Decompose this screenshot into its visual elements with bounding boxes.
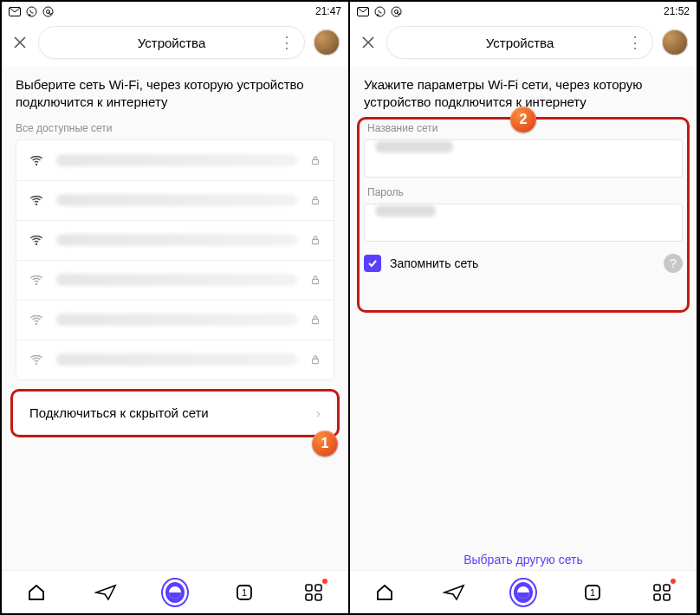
status-bar: 21:47 — [2, 2, 348, 21]
send-icon — [94, 584, 117, 601]
svg-point-1 — [27, 7, 36, 16]
main-body: Выберите сеть Wi-Fi, через которую устро… — [2, 66, 348, 570]
lock-icon — [309, 154, 321, 166]
tabs-icon: 1 — [235, 583, 254, 602]
status-left-icons — [357, 6, 402, 17]
svg-rect-18 — [306, 585, 312, 591]
svg-rect-30 — [654, 594, 660, 600]
close-icon — [13, 36, 27, 49]
phone-left: 21:47 Устройства ⋮ Выберите сеть Wi-Fi, … — [2, 2, 350, 613]
svg-point-23 — [375, 7, 385, 16]
nav-apps[interactable] — [650, 580, 674, 605]
lock-icon — [309, 194, 321, 206]
svg-rect-13 — [313, 319, 319, 323]
svg-rect-28 — [654, 585, 660, 591]
phone-right: 21:52 Устройства ⋮ Укажите параметры Wi-… — [350, 2, 698, 613]
wifi-icon — [29, 312, 44, 327]
svg-point-4 — [36, 163, 37, 165]
svg-point-10 — [36, 283, 37, 285]
whatsapp-icon — [374, 6, 386, 17]
help-icon[interactable]: ? — [664, 254, 683, 273]
svg-text:1: 1 — [590, 587, 595, 598]
svg-point-2 — [43, 7, 53, 16]
network-row[interactable] — [16, 260, 334, 300]
close-button[interactable] — [359, 33, 378, 52]
svg-rect-29 — [664, 585, 670, 591]
alice-icon — [511, 579, 535, 605]
network-row[interactable] — [16, 140, 334, 180]
nav-home[interactable] — [373, 580, 397, 605]
lock-icon — [309, 353, 321, 366]
nav-apps[interactable] — [301, 580, 326, 605]
svg-point-12 — [36, 323, 37, 325]
nav-send[interactable] — [94, 580, 118, 605]
notification-dot — [322, 579, 327, 584]
network-name-blurred — [56, 274, 297, 286]
lock-icon — [309, 314, 321, 326]
mail-icon — [9, 7, 21, 16]
svg-rect-9 — [313, 239, 319, 243]
page-title: Устройства — [53, 36, 290, 50]
check-icon — [367, 258, 378, 269]
whatsapp-icon — [26, 6, 37, 17]
kebab-icon[interactable]: ⋮ — [279, 33, 295, 52]
password-label: Пароль — [367, 186, 679, 198]
bottom-nav: 1 — [2, 570, 348, 613]
wifi-icon — [29, 232, 44, 248]
svg-point-8 — [36, 243, 37, 245]
close-icon — [361, 36, 375, 49]
network-name-blurred — [56, 353, 297, 366]
bottom-nav: 1 — [350, 570, 697, 613]
at-icon — [42, 6, 54, 17]
nav-send[interactable] — [442, 580, 466, 605]
alice-icon — [163, 579, 187, 605]
avatar[interactable] — [314, 29, 340, 55]
wifi-icon — [29, 272, 44, 288]
nav-tabs[interactable]: 1 — [232, 580, 256, 605]
ssid-value-blurred — [375, 141, 453, 152]
tabs-icon: 1 — [583, 583, 602, 602]
remember-row: Запомнить сеть ? — [364, 254, 683, 273]
apps-icon — [304, 583, 323, 602]
password-value-blurred — [375, 205, 436, 217]
header: Устройства ⋮ — [2, 21, 348, 66]
nav-tabs[interactable]: 1 — [580, 580, 605, 605]
remember-checkbox[interactable] — [364, 255, 381, 272]
nav-alice[interactable] — [163, 580, 187, 605]
svg-rect-15 — [313, 359, 319, 363]
password-input[interactable] — [364, 204, 683, 242]
svg-point-6 — [36, 204, 37, 205]
title-pill[interactable]: Устройства ⋮ — [386, 26, 653, 59]
avatar[interactable] — [662, 29, 688, 55]
send-icon — [443, 584, 465, 601]
chevron-right-icon: › — [316, 405, 321, 420]
annotation-badge-1: 1 — [312, 430, 338, 456]
nav-alice[interactable] — [511, 580, 535, 605]
network-row[interactable] — [16, 220, 334, 260]
svg-rect-11 — [313, 279, 319, 283]
nav-home[interactable] — [24, 580, 49, 605]
status-left-icons — [9, 6, 54, 17]
choose-other-network-link[interactable]: Выбрать другую сеть — [350, 553, 697, 566]
notification-dot — [671, 579, 676, 584]
remember-label: Запомнить сеть — [390, 256, 478, 270]
wifi-form: 2 Название сети Пароль Запомнить сеть ? — [364, 122, 683, 273]
home-icon — [374, 582, 395, 603]
network-name-blurred — [56, 234, 297, 246]
ssid-input[interactable] — [364, 139, 683, 178]
network-row[interactable] — [16, 180, 334, 220]
connect-hidden-network-button[interactable]: Подключиться к скрытой сети › — [16, 392, 334, 434]
network-name-blurred — [56, 314, 297, 326]
network-name-blurred — [56, 194, 297, 206]
network-row[interactable] — [16, 300, 334, 340]
close-button[interactable] — [10, 33, 29, 52]
svg-rect-7 — [313, 199, 319, 204]
home-icon — [26, 582, 47, 603]
title-pill[interactable]: Устройства ⋮ — [38, 26, 305, 59]
network-row[interactable] — [16, 340, 334, 379]
mail-icon — [357, 7, 369, 16]
kebab-icon[interactable]: ⋮ — [627, 33, 644, 52]
clock: 21:52 — [664, 5, 690, 17]
svg-rect-5 — [313, 159, 319, 164]
svg-rect-19 — [315, 585, 321, 591]
